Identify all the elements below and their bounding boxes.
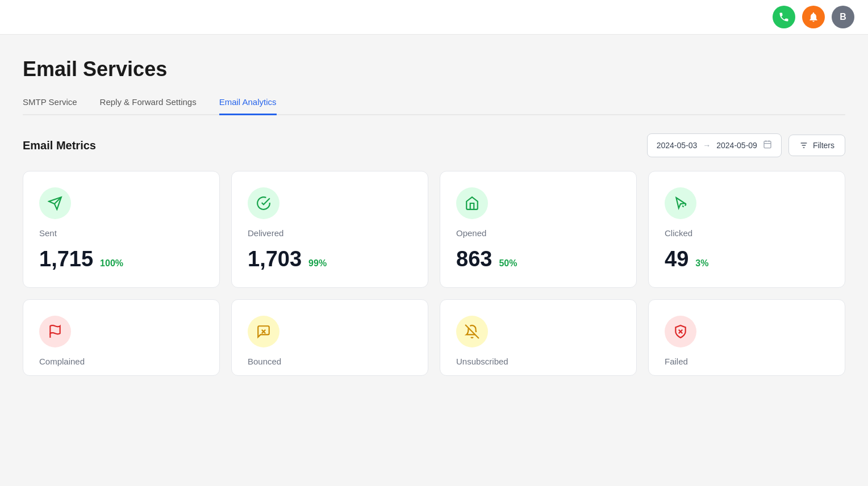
filters-button[interactable]: Filters	[788, 135, 845, 156]
sent-value: 1,715	[39, 247, 93, 271]
message-x-icon	[256, 324, 271, 339]
failed-icon-circle	[665, 316, 696, 347]
cursor-click-icon	[673, 196, 688, 211]
card-delivered: Delivered 1,703 99%	[231, 171, 428, 288]
bell-icon[interactable]	[802, 6, 825, 28]
opened-icon-circle	[456, 187, 488, 219]
phone-icon[interactable]	[773, 6, 795, 28]
opened-value-row: 863 50%	[456, 247, 620, 271]
opened-value: 863	[456, 247, 492, 271]
filters-label: Filters	[813, 141, 834, 150]
bounced-icon-circle	[248, 316, 279, 347]
calendar-icon	[763, 140, 772, 151]
clicked-pct: 3%	[695, 258, 708, 269]
bottom-cards-grid: Complained Bounced	[23, 299, 845, 376]
shield-x-icon	[673, 324, 688, 339]
opened-pct: 50%	[499, 258, 517, 269]
unsubscribed-label: Unsubscribed	[456, 357, 620, 366]
page-title: Email Services	[23, 57, 845, 81]
svg-rect-0	[764, 141, 771, 148]
date-from: 2024-05-03	[657, 141, 698, 150]
complained-label: Complained	[39, 357, 203, 366]
card-unsubscribed: Unsubscribed	[440, 299, 637, 376]
clicked-value: 49	[665, 247, 688, 271]
card-opened: Opened 863 50%	[440, 171, 637, 288]
sent-pct: 100%	[100, 258, 123, 269]
card-failed: Failed	[648, 299, 845, 376]
clicked-label: Clicked	[665, 228, 829, 238]
clicked-icon-circle	[665, 187, 696, 219]
tab-smtp[interactable]: SMTP Service	[23, 97, 77, 115]
bounced-label: Bounced	[248, 357, 412, 366]
failed-label: Failed	[665, 357, 829, 366]
card-clicked: Clicked 49 3%	[648, 171, 845, 288]
delivered-pct: 99%	[308, 258, 327, 269]
card-complained: Complained	[23, 299, 220, 376]
sent-value-row: 1,715 100%	[39, 247, 203, 271]
delivered-icon-circle	[248, 187, 279, 219]
date-range-picker[interactable]: 2024-05-03 → 2024-05-09	[647, 133, 782, 157]
send-icon	[48, 196, 62, 211]
arrow-icon: →	[703, 141, 711, 150]
tabs-nav: SMTP Service Reply & Forward Settings Em…	[23, 97, 845, 115]
sent-icon-circle	[39, 187, 71, 219]
top-cards-grid: Sent 1,715 100% Delivered 1,703 99%	[23, 171, 845, 288]
envelope-open-icon	[465, 196, 479, 211]
check-circle-icon	[256, 196, 271, 211]
main-content: Email Services SMTP Service Reply & Forw…	[0, 35, 868, 410]
svg-line-12	[465, 325, 479, 338]
user-avatar[interactable]: B	[832, 6, 854, 28]
date-to: 2024-05-09	[716, 141, 757, 150]
card-bounced: Bounced	[231, 299, 428, 376]
metrics-header: Email Metrics 2024-05-03 → 2024-05-09	[23, 133, 845, 157]
filter-icon	[799, 141, 808, 150]
tab-analytics[interactable]: Email Analytics	[219, 97, 277, 115]
flag-icon	[48, 324, 62, 339]
sent-label: Sent	[39, 228, 203, 238]
metrics-controls: 2024-05-03 → 2024-05-09	[647, 133, 845, 157]
tab-reply[interactable]: Reply & Forward Settings	[100, 97, 197, 115]
delivered-value-row: 1,703 99%	[248, 247, 412, 271]
bell-off-icon	[465, 324, 479, 339]
delivered-label: Delivered	[248, 228, 412, 238]
unsubscribed-icon-circle	[456, 316, 488, 347]
complained-icon-circle	[39, 316, 71, 347]
topbar: B	[0, 0, 868, 35]
clicked-value-row: 49 3%	[665, 247, 829, 271]
metrics-title: Email Metrics	[23, 139, 96, 152]
card-sent: Sent 1,715 100%	[23, 171, 220, 288]
opened-label: Opened	[456, 228, 620, 238]
delivered-value: 1,703	[248, 247, 302, 271]
